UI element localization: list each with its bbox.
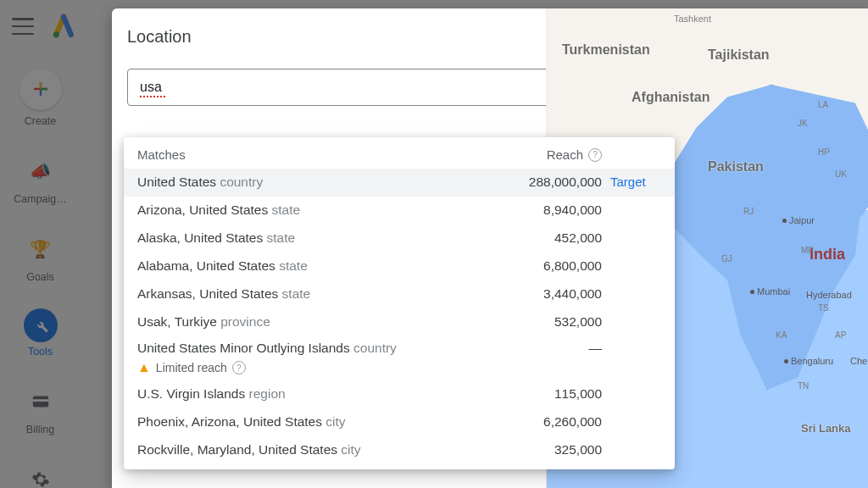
location-row[interactable]: Rockville, Maryland, United States city … <box>124 436 675 464</box>
svg-point-0 <box>53 32 59 38</box>
sidebar-item-billing[interactable]: Billing <box>22 383 59 435</box>
sidebar-item-label: Goals <box>26 271 54 283</box>
google-ads-logo <box>51 14 76 39</box>
reach-value: 3,440,000 <box>509 286 602 303</box>
sidebar-item-label: Billing <box>26 424 54 435</box>
card-icon <box>22 383 59 420</box>
sidebar-item-create[interactable]: Create <box>19 68 62 127</box>
location-row[interactable]: Alabama, United States state 6,800,000 <box>124 252 675 280</box>
hamburger-menu-icon[interactable] <box>12 18 34 35</box>
reach-value: 115,000 <box>509 385 602 403</box>
map-label: Turkmenistan <box>562 42 650 58</box>
plus-icon <box>19 68 62 110</box>
location-modal: Location Matches Reach ? United States c… <box>112 8 868 488</box>
reach-value: 325,000 <box>509 441 602 459</box>
map-city: Mumbai <box>757 286 790 297</box>
location-row[interactable]: Arkansas, United States state 3,440,000 <box>124 280 675 308</box>
sidebar-item-campaigns[interactable]: 📣 Campaig… <box>14 152 67 205</box>
reach-value: 288,000,000 <box>509 174 602 191</box>
svg-rect-2 <box>32 399 47 402</box>
map-city: Jaipur <box>789 215 815 225</box>
map-city: Bengaluru <box>791 356 833 366</box>
location-row[interactable]: U.S. Virgin Islands region 115,000 <box>124 380 675 408</box>
map-label: Sri Lanka <box>801 422 851 435</box>
spellcheck-underline <box>140 96 165 97</box>
gear-icon <box>22 461 59 488</box>
help-icon[interactable]: ? <box>232 361 246 374</box>
reach-value: — <box>509 340 602 358</box>
wrench-icon <box>24 308 58 342</box>
sidebar-item-goals[interactable]: 🏆 Goals <box>22 230 59 283</box>
map-label: Afghanistan <box>632 90 709 105</box>
sidebar-item-label: Campaig… <box>14 193 67 205</box>
reach-value: 6,260,000 <box>509 413 602 431</box>
map-city: Tashkent <box>674 14 711 24</box>
location-search-input[interactable] <box>140 80 537 95</box>
svg-rect-1 <box>32 396 47 408</box>
map-label: Tajikistan <box>708 47 770 63</box>
matches-header: Matches <box>137 147 186 162</box>
modal-title: Location <box>127 27 531 47</box>
reach-value: 6,800,000 <box>509 258 602 275</box>
reach-header: Reach <box>547 147 583 162</box>
sidebar-item-tools[interactable]: Tools <box>24 308 58 358</box>
location-row[interactable]: Alaska, United States state 452,000 <box>124 225 675 252</box>
trophy-icon: 🏆 <box>22 230 59 268</box>
map-label: India <box>810 246 845 263</box>
map-city: Che <box>850 356 867 366</box>
sidebar-item-admin[interactable]: Admin <box>22 461 59 488</box>
location-row[interactable]: United States country 288,000,000 Target <box>124 169 675 197</box>
sidebar-item-label: Tools <box>28 346 53 358</box>
location-search-field[interactable] <box>127 69 549 106</box>
location-row[interactable]: Arizona, United States state 8,940,000 <box>124 197 675 225</box>
reach-value: 8,940,000 <box>509 202 602 219</box>
map-label: Pakistan <box>708 159 764 175</box>
target-link[interactable]: Target <box>602 174 661 191</box>
sidebar-item-label: Create <box>25 115 57 127</box>
warning-icon: ▲ <box>137 358 151 377</box>
megaphone-icon: 📣 <box>22 152 59 190</box>
map-city: Hyderabad <box>806 290 852 300</box>
location-row[interactable]: United States Minor Outlying Islands cou… <box>124 336 675 381</box>
limited-reach-label: Limited reach <box>156 360 227 376</box>
reach-value: 532,000 <box>509 313 602 331</box>
side-nav-rail: Create 📣 Campaig… 🏆 Goals Tools Billing <box>0 68 81 488</box>
reach-value: 452,000 <box>509 230 602 247</box>
location-suggestions-dropdown: Matches Reach ? United States country 28… <box>124 137 675 469</box>
location-row[interactable]: Usak, Turkiye province 532,000 <box>124 308 675 336</box>
help-icon[interactable]: ? <box>588 148 602 162</box>
location-row[interactable]: Phoenix, Arizona, United States city 6,2… <box>124 408 675 436</box>
